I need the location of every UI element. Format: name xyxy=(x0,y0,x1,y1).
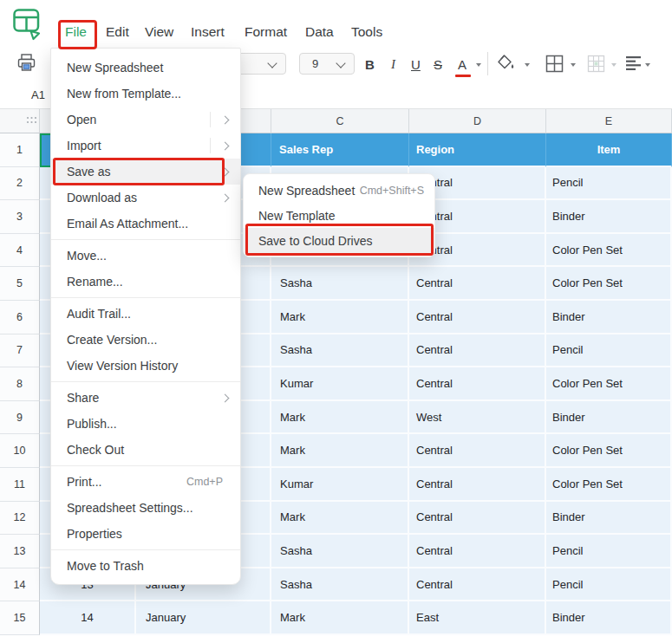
file-menu-item-check-out[interactable]: Check Out xyxy=(51,437,240,463)
align-caret-icon[interactable] xyxy=(645,63,650,67)
fill-color-icon[interactable] xyxy=(495,54,516,73)
submenu-item-new-spreadsheet[interactable]: New SpreadsheetCmd+Shift+S xyxy=(244,178,434,203)
cell-C6[interactable]: Mark xyxy=(271,301,409,334)
row-header-1[interactable]: 1 xyxy=(0,133,40,167)
cell-C14[interactable]: Sasha xyxy=(271,568,409,602)
cell-C8[interactable]: Kumar xyxy=(271,367,409,401)
horizontal-align-icon[interactable] xyxy=(626,56,643,71)
fill-color-caret-icon[interactable] xyxy=(525,63,530,67)
file-menu-item-move-to-trash[interactable]: Move to Trash xyxy=(51,553,240,579)
file-menu-item-email-as-attachment[interactable]: Email As Attachment... xyxy=(51,211,240,237)
submenu-item-new-template[interactable]: New Template xyxy=(244,203,434,228)
row-header-11[interactable]: 11 xyxy=(0,468,40,502)
cell-D15[interactable]: East xyxy=(409,601,546,635)
strikethrough-button[interactable]: S xyxy=(434,57,442,72)
row-header-15[interactable]: 15 xyxy=(0,601,40,635)
cell-D10[interactable]: Central xyxy=(409,434,546,468)
cell-D1[interactable]: Region xyxy=(409,133,546,167)
italic-button[interactable]: I xyxy=(391,57,395,72)
cell-E11[interactable]: Color Pen Set xyxy=(546,468,672,502)
row-header-8[interactable]: 8 xyxy=(0,367,40,401)
borders-caret-icon[interactable] xyxy=(571,63,576,67)
file-menu-item-properties[interactable]: Properties xyxy=(51,521,240,547)
row-header-2[interactable]: 2 xyxy=(0,167,40,201)
menu-tools[interactable]: Tools xyxy=(351,24,382,40)
cell-E6[interactable]: Binder xyxy=(546,301,672,334)
menu-file[interactable]: File xyxy=(65,24,87,40)
row-header-9[interactable]: 9 xyxy=(0,401,40,435)
cell-D11[interactable]: Central xyxy=(409,468,546,502)
row-header-6[interactable]: 6 xyxy=(0,301,40,334)
merge-caret-icon[interactable] xyxy=(611,63,617,67)
cell-A15[interactable]: 14 xyxy=(40,601,136,635)
file-menu-item-publish[interactable]: Publish... xyxy=(51,411,240,437)
file-menu-item-open[interactable]: Open xyxy=(51,107,240,133)
cell-D12[interactable]: Central xyxy=(409,502,546,536)
cell-D13[interactable]: Central xyxy=(409,535,546,568)
row-header-14[interactable]: 14 xyxy=(0,568,40,602)
row-header-12[interactable]: 12 xyxy=(0,502,40,536)
column-header-E[interactable]: E xyxy=(546,109,672,133)
menu-insert[interactable]: Insert xyxy=(191,24,225,40)
cell-D9[interactable]: West xyxy=(409,401,546,435)
cell-E5[interactable]: Color Pen Set xyxy=(546,267,672,301)
file-menu-item-view-version-history[interactable]: View Version History xyxy=(51,353,240,379)
file-menu-item-save-as[interactable]: Save as xyxy=(51,159,240,185)
cell-D5[interactable]: Central xyxy=(409,267,546,301)
cell-E7[interactable]: Pencil xyxy=(546,334,672,368)
file-menu-item-new-from-template[interactable]: New from Template... xyxy=(51,81,240,107)
font-color-caret-icon[interactable] xyxy=(476,63,481,67)
file-menu-item-create-version[interactable]: Create Version... xyxy=(51,327,240,353)
file-menu-item-spreadsheet-settings[interactable]: Spreadsheet Settings... xyxy=(51,495,240,521)
cell-C5[interactable]: Sasha xyxy=(271,267,409,301)
cell-E3[interactable]: Binder xyxy=(546,200,672,234)
cell-D14[interactable]: Central xyxy=(409,568,546,602)
file-menu-item-download-as[interactable]: Download as xyxy=(51,185,240,211)
cell-E13[interactable]: Pencil xyxy=(546,535,672,568)
menu-edit[interactable]: Edit xyxy=(106,24,129,40)
file-menu-item-print[interactable]: Print...Cmd+P xyxy=(51,469,240,495)
cell-E10[interactable]: Color Pen Set xyxy=(546,434,672,468)
cell-E12[interactable]: Binder xyxy=(546,502,672,536)
row-header-4[interactable]: 4 xyxy=(0,234,40,268)
name-box[interactable]: A1 xyxy=(31,88,45,101)
file-menu-item-audit-trail[interactable]: Audit Trail... xyxy=(51,301,240,327)
cell-C7[interactable]: Sasha xyxy=(271,334,409,368)
font-color-button[interactable]: A xyxy=(458,57,466,72)
app-logo-icon[interactable] xyxy=(12,8,42,42)
bold-button[interactable]: B xyxy=(365,57,375,72)
cell-B15[interactable]: January xyxy=(136,601,271,635)
underline-button[interactable]: U xyxy=(411,57,421,72)
cell-C15[interactable]: Mark xyxy=(271,601,409,635)
menu-format[interactable]: Format xyxy=(245,24,287,40)
printer-icon[interactable] xyxy=(16,53,36,73)
font-size-dropdown[interactable]: 9 xyxy=(299,53,355,75)
select-all-corner[interactable] xyxy=(0,109,40,133)
cell-C1[interactable]: Sales Rep xyxy=(271,133,409,167)
cell-C11[interactable]: Kumar xyxy=(271,468,409,502)
submenu-item-save-to-cloud-drives[interactable]: Save to Cloud Drives xyxy=(244,228,434,253)
cell-E8[interactable]: Color Pen Set xyxy=(546,367,672,401)
file-menu-item-import[interactable]: Import xyxy=(51,133,240,159)
cell-E14[interactable]: Pencil xyxy=(546,568,672,602)
cell-D7[interactable]: Central xyxy=(409,334,546,368)
menu-data[interactable]: Data xyxy=(305,24,334,40)
cell-D8[interactable]: Central xyxy=(409,367,546,401)
cell-C12[interactable]: Mark xyxy=(271,502,409,536)
file-menu-item-new-spreadsheet[interactable]: New Spreadsheet xyxy=(51,55,240,81)
row-header-7[interactable]: 7 xyxy=(0,334,40,368)
cell-D6[interactable]: Central xyxy=(409,301,546,334)
cell-E9[interactable]: Binder xyxy=(546,401,672,435)
cell-C9[interactable]: Mark xyxy=(271,401,409,435)
menu-view[interactable]: View xyxy=(145,24,173,40)
file-menu-item-move[interactable]: Move... xyxy=(51,243,240,269)
column-header-D[interactable]: D xyxy=(409,109,546,133)
column-header-C[interactable]: C xyxy=(271,109,409,133)
row-header-5[interactable]: 5 xyxy=(0,267,40,301)
cell-C13[interactable]: Sasha xyxy=(271,535,409,568)
merge-cells-icon[interactable] xyxy=(586,54,606,74)
borders-icon[interactable] xyxy=(545,54,564,74)
cell-C10[interactable]: Mark xyxy=(271,434,409,468)
row-header-3[interactable]: 3 xyxy=(0,200,40,234)
row-header-13[interactable]: 13 xyxy=(0,535,40,568)
